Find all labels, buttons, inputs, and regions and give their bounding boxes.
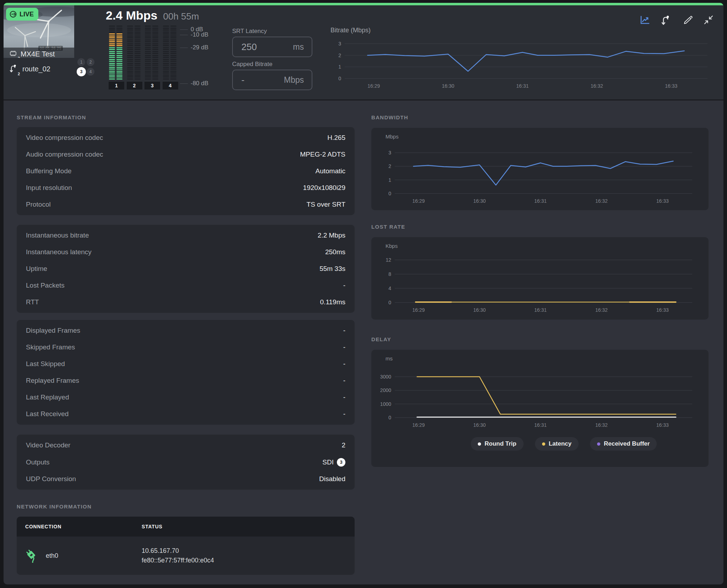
svg-text:16:33: 16:33	[665, 83, 677, 89]
frames-stats-card: Displayed Frames-Skipped Frames-Last Ski…	[17, 320, 355, 425]
meter-channel-label: 1	[109, 82, 124, 89]
audio-level-meters: 1234	[109, 24, 184, 92]
row-label: Protocol	[26, 201, 51, 208]
svg-text:8: 8	[388, 271, 391, 277]
svg-text:1: 1	[388, 177, 391, 183]
row-value: MPEG-2 ADTS	[300, 151, 345, 158]
svg-text:1000: 1000	[380, 401, 391, 407]
stream-panel: LIVE 00:01:26:25 3 MX4E Test	[4, 3, 723, 584]
info-row: OutputsSDI3	[17, 454, 355, 471]
row-value: -	[343, 343, 345, 351]
decoder-detail-page: LIVE 00:01:26:25 3 MX4E Test	[0, 0, 727, 588]
collapse-icon	[703, 14, 715, 26]
header-bitrate-chart: Bitrate (Mbps) 012316:2916:3016:3116:321…	[330, 26, 710, 91]
svg-text:16:29: 16:29	[412, 422, 425, 428]
device-name: MX4E Test	[21, 50, 55, 58]
ipv4-address: 10.65.167.70	[142, 546, 355, 556]
info-row: Video Decoder2	[17, 437, 355, 454]
info-row: Last Received-	[17, 406, 355, 423]
db-scale: 0 dB-10 dB-29 dB-80 dB	[180, 23, 233, 90]
srt-latency-unit: ms	[293, 42, 304, 52]
decoder-chip-icon: 3	[9, 49, 17, 58]
svg-text:3: 3	[388, 150, 391, 156]
ipv6-address: fe80::5e77:57ff:fe00:e0c4	[142, 556, 355, 565]
row-value: 1920x1080i29	[303, 184, 345, 192]
row-label: Last Skipped	[26, 360, 65, 368]
info-row: Input resolution1920x1080i29	[17, 180, 355, 196]
network-information-heading: NETWORK INFORMATION	[17, 503, 92, 510]
edit-stream-button[interactable]	[681, 13, 694, 27]
bandwidth-heading: BANDWIDTH	[371, 114, 408, 120]
status-top-border	[4, 3, 723, 5]
row-value: Disabled	[319, 475, 345, 483]
svg-text:2000: 2000	[380, 387, 391, 393]
output-selector-grid: 1234	[76, 58, 97, 77]
info-row: RTT0.119ms	[17, 294, 355, 311]
device-row[interactable]: 3 MX4E Test	[4, 48, 74, 58]
row-value: -	[343, 327, 345, 334]
row-label: Outputs	[26, 458, 50, 466]
svg-text:16:32: 16:32	[595, 198, 608, 204]
output-circle-2[interactable]: 2	[87, 58, 94, 66]
route-icon: 2	[9, 63, 17, 75]
route-row[interactable]: 2 route_02	[9, 63, 50, 75]
row-value: SDI3	[322, 458, 345, 467]
output-circle-3[interactable]: 3	[77, 67, 86, 76]
row-label: UDP Conversion	[26, 475, 76, 483]
svg-text:0: 0	[388, 415, 391, 420]
info-row: Replayed Frames-	[17, 372, 355, 389]
row-value: 0.119ms	[320, 298, 345, 306]
delay-heading: DELAY	[371, 336, 391, 342]
row-label: Displayed Frames	[26, 327, 80, 334]
capped-bitrate-inputbox: Mbps	[232, 70, 312, 90]
output-circle-4[interactable]: 4	[87, 68, 94, 76]
row-value: 2.2 Mbps	[318, 232, 345, 239]
row-label: Input resolution	[26, 184, 72, 192]
collapse-view-button[interactable]	[702, 13, 715, 27]
svg-text:16:30: 16:30	[473, 307, 486, 313]
route-icon	[660, 14, 671, 26]
row-value: -	[343, 282, 345, 289]
svg-text:16:31: 16:31	[534, 422, 547, 428]
network-table: CONNECTION STATUS eth0 10.65.167.70 fe80…	[17, 517, 355, 575]
srt-latency-inputbox: ms	[232, 37, 312, 57]
statistics-view-button[interactable]	[638, 13, 651, 27]
svg-text:3: 3	[338, 41, 341, 47]
info-row: Video compression codecH.265	[17, 129, 355, 146]
svg-text:16:32: 16:32	[595, 422, 608, 428]
svg-text:0: 0	[338, 76, 341, 81]
meter-channel-label: 4	[163, 82, 178, 89]
row-label: Audio compression codec	[26, 151, 103, 158]
info-row: Buffering ModeAutomatic	[17, 163, 355, 179]
codec-info-card: Video compression codecH.265Audio compre…	[17, 127, 355, 215]
meter-channel-label: 2	[127, 82, 142, 89]
row-value: Automatic	[316, 167, 345, 175]
row-label: Video compression codec	[26, 134, 103, 142]
video-thumbnail[interactable]: LIVE 00:01:26:25 3 MX4E Test	[4, 5, 74, 58]
row-label: Replayed Frames	[26, 377, 79, 385]
live-badge: LIVE	[6, 8, 38, 21]
svg-text:16:30: 16:30	[442, 83, 454, 89]
svg-text:16:32: 16:32	[595, 307, 608, 313]
status-column-header: STATUS	[142, 524, 355, 529]
svg-text:4: 4	[388, 285, 391, 291]
info-row: Last Skipped-	[17, 355, 355, 372]
svg-text:16:33: 16:33	[656, 422, 669, 428]
info-row: ProtocolTS over SRT	[17, 196, 355, 213]
route-view-button[interactable]	[659, 13, 672, 27]
current-bitrate: 2.4 Mbps 00h 55m	[106, 9, 199, 22]
svg-text:16:30: 16:30	[473, 422, 486, 428]
row-value: TS over SRT	[307, 201, 345, 208]
info-row: Uptime55m 33s	[17, 260, 355, 277]
row-label: Instantaneous bitrate	[26, 232, 89, 239]
table-row: eth0 10.65.167.70 fe80::5e77:57ff:fe00:e…	[17, 537, 355, 575]
row-label: Uptime	[26, 265, 47, 273]
live-label: LIVE	[20, 11, 34, 18]
trend-chart-icon	[639, 14, 651, 26]
svg-text:12: 12	[386, 257, 391, 263]
info-row: Skipped Frames-	[17, 339, 355, 355]
output-circle-1[interactable]: 1	[77, 58, 85, 66]
srt-latency-label: SRT Latency	[232, 28, 267, 35]
svg-text:16:31: 16:31	[516, 83, 529, 89]
row-label: Last Received	[26, 410, 69, 418]
